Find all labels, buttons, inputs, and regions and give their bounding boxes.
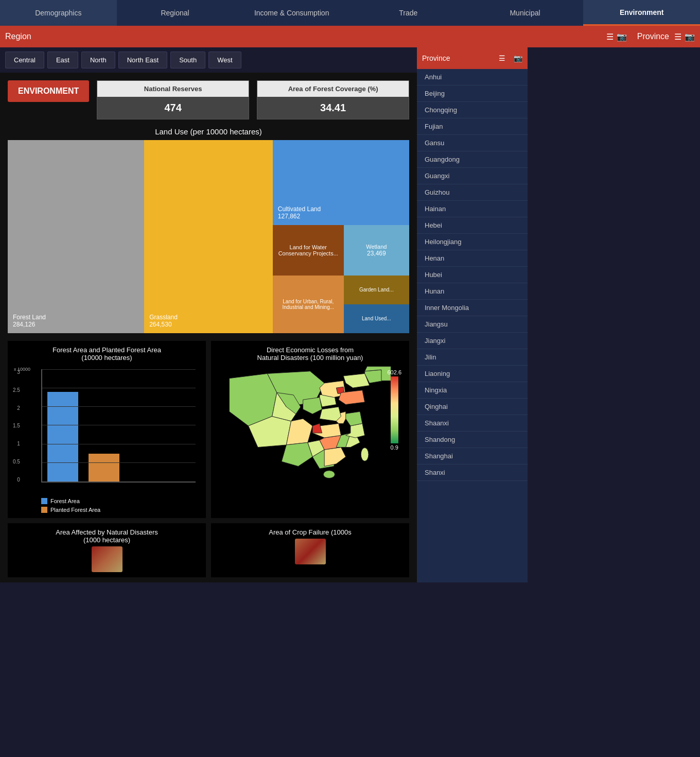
province-header: Province ☰ 📷 bbox=[417, 47, 528, 69]
crop-failure-chart: Area of Crop Failure (1000s bbox=[211, 523, 409, 577]
forest-coverage-value: 34.41 bbox=[257, 97, 409, 119]
province-hunan[interactable]: Hunan bbox=[417, 283, 528, 300]
treemap-grassland: Grassland 264,530 bbox=[149, 314, 178, 328]
province-hubei[interactable]: Hubei bbox=[417, 267, 528, 283]
province-inner-mongolia[interactable]: Inner Mongolia bbox=[417, 300, 528, 316]
crop-failure-title: Area of Crop Failure (1000s bbox=[216, 528, 404, 536]
environment-button[interactable]: ENVIRONMENT bbox=[8, 80, 89, 102]
disaster-map-chart: Direct Economic Losses fromNatural Disas… bbox=[211, 341, 409, 518]
province-guangxi[interactable]: Guangxi bbox=[417, 168, 528, 184]
province-shaanxi[interactable]: Shaanxi bbox=[417, 415, 528, 432]
color-scale: 602.6 0.9 bbox=[387, 369, 401, 451]
national-reserves-card: National Reserves 474 bbox=[97, 80, 249, 119]
forest-bar-chart: Forest Area and Planted Forest Area(1000… bbox=[8, 341, 206, 518]
province-hainan[interactable]: Hainan bbox=[417, 201, 528, 217]
forest-legend: Forest Area Planted Forest Area bbox=[41, 498, 201, 513]
national-reserves-title: National Reserves bbox=[97, 81, 249, 97]
treemap-water-conservancy: Land for Water Conservancy Projects... bbox=[273, 225, 344, 276]
y-label-15: 1.5 bbox=[13, 423, 20, 428]
y-label-25: 2.5 bbox=[13, 387, 20, 393]
filter-icon-3[interactable]: ☰ bbox=[674, 32, 681, 42]
land-use-treemap: Forest Land 284,126 Grassland 264,530 bbox=[8, 140, 409, 333]
province-gansu[interactable]: Gansu bbox=[417, 135, 528, 151]
province-list: Anhui Beijing Chongqing Fujian Gansu Gua… bbox=[417, 69, 528, 481]
nav-regional[interactable]: Regional bbox=[117, 0, 234, 26]
national-reserves-value: 474 bbox=[97, 97, 249, 119]
province-shanxi[interactable]: Shanxi bbox=[417, 464, 528, 481]
province-heilongjiang[interactable]: Heilongjiang bbox=[417, 234, 528, 250]
province-filter-icon-1[interactable]: ☰ bbox=[499, 54, 505, 62]
province-panel: Province ☰ 📷 Anhui Beijing Chongqing Fuj… bbox=[417, 47, 528, 582]
tab-east[interactable]: East bbox=[47, 51, 78, 68]
region-filter-label: Region bbox=[5, 32, 606, 41]
province-anhui[interactable]: Anhui bbox=[417, 69, 528, 85]
province-shandong[interactable]: Shandong bbox=[417, 432, 528, 448]
y-axis-unit: x 10000 bbox=[14, 367, 30, 372]
province-jiangsu[interactable]: Jiangsu bbox=[417, 316, 528, 333]
y-label-0: 0 bbox=[17, 477, 20, 483]
treemap-land-used: Land Used... bbox=[344, 304, 409, 333]
treemap-garden-land: Garden Land... bbox=[344, 276, 409, 304]
legend-planted-forest: Planted Forest Area bbox=[41, 507, 201, 513]
top-navigation: Demographics Regional Income & Consumpti… bbox=[0, 0, 700, 26]
province-guangdong[interactable]: Guangdong bbox=[417, 151, 528, 168]
province-fujian[interactable]: Fujian bbox=[417, 118, 528, 135]
province-henan[interactable]: Henan bbox=[417, 250, 528, 267]
province-ningxia[interactable]: Ningxia bbox=[417, 382, 528, 399]
china-map-svg bbox=[216, 364, 404, 488]
filter-icon-4[interactable]: 📷 bbox=[685, 32, 695, 42]
province-guizhou[interactable]: Guizhou bbox=[417, 184, 528, 201]
province-beijing[interactable]: Beijing bbox=[417, 85, 528, 102]
nav-municipal[interactable]: Municipal bbox=[467, 0, 584, 26]
y-label-1: 1 bbox=[17, 441, 20, 446]
legend-planted-icon bbox=[41, 507, 47, 513]
nav-income[interactable]: Income & Consumption bbox=[233, 0, 350, 26]
tab-west[interactable]: West bbox=[208, 51, 241, 68]
svg-point-1 bbox=[361, 448, 369, 461]
province-header-label: Province bbox=[422, 54, 494, 62]
filter-icon-1[interactable]: ☰ bbox=[606, 32, 614, 42]
province-liaoning[interactable]: Liaoning bbox=[417, 366, 528, 382]
treemap-urban-rural: Land for Urban, Rural, Industrial and Mi… bbox=[273, 276, 344, 334]
province-chongqing[interactable]: Chongqing bbox=[417, 102, 528, 118]
province-filter-icon-2[interactable]: 📷 bbox=[514, 54, 522, 62]
filter-icon-2[interactable]: 📷 bbox=[617, 32, 627, 42]
natural-disasters-title: Area Affected by Natural Disasters(1000 … bbox=[13, 528, 201, 544]
color-gradient-bar bbox=[391, 376, 398, 443]
bar-forest-area bbox=[47, 392, 78, 481]
region-tabs: Central East North North East South West bbox=[0, 47, 417, 73]
scale-min-value: 0.9 bbox=[387, 444, 401, 451]
natural-disasters-chart: Area Affected by Natural Disasters(1000 … bbox=[8, 523, 206, 577]
bar-planted-forest bbox=[89, 454, 119, 482]
metrics-row: National Reserves 474 Area of Forest Cov… bbox=[97, 80, 409, 119]
tab-north[interactable]: North bbox=[81, 51, 115, 68]
nav-demographics[interactable]: Demographics bbox=[0, 0, 117, 26]
province-jiangxi[interactable]: Jiangxi bbox=[417, 333, 528, 349]
crop-failure-preview bbox=[295, 539, 326, 564]
nav-environment[interactable]: Environment bbox=[583, 0, 700, 26]
forest-coverage-card: Area of Forest Coverage (%) 34.41 bbox=[257, 80, 409, 119]
environment-header: ENVIRONMENT National Reserves 474 Area o… bbox=[8, 80, 409, 119]
province-shanghai[interactable]: Shanghai bbox=[417, 448, 528, 464]
province-qinghai[interactable]: Qinghai bbox=[417, 399, 528, 415]
scale-max-value: 602.6 bbox=[387, 369, 401, 375]
province-filter-label: Province bbox=[637, 32, 669, 41]
treemap-cultivated: Cultivated Land 127,862 bbox=[273, 140, 409, 225]
filter-bar: Region ☰ 📷 Province ☰ 📷 bbox=[0, 26, 700, 47]
y-label-05: 0.5 bbox=[13, 459, 20, 464]
y-label-2: 2 bbox=[17, 405, 20, 411]
legend-forest-area: Forest Area bbox=[41, 498, 201, 504]
province-jilin[interactable]: Jilin bbox=[417, 349, 528, 366]
tab-south[interactable]: South bbox=[170, 51, 205, 68]
land-use-title: Land Use (per 10000 hectares) bbox=[8, 127, 409, 136]
forest-coverage-title: Area of Forest Coverage (%) bbox=[257, 81, 409, 97]
natural-disasters-preview bbox=[92, 546, 122, 572]
treemap-forest-land: Forest Land 284,126 bbox=[13, 314, 46, 328]
forest-chart-title: Forest Area and Planted Forest Area(1000… bbox=[13, 346, 201, 362]
nav-trade[interactable]: Trade bbox=[350, 0, 467, 26]
province-hebei[interactable]: Hebei bbox=[417, 217, 528, 234]
tab-northeast[interactable]: North East bbox=[118, 51, 167, 68]
tab-central[interactable]: Central bbox=[5, 51, 44, 68]
legend-forest-area-icon bbox=[41, 498, 47, 504]
treemap-wetland: Wetland 23,469 bbox=[344, 225, 409, 276]
